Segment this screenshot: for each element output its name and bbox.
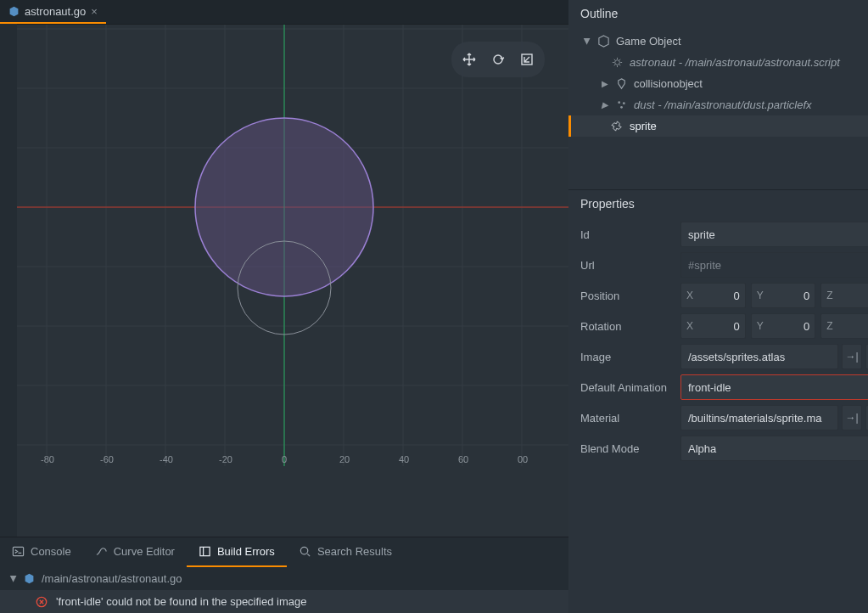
viewport-toolbar: [451, 42, 545, 77]
cube-icon: [597, 35, 610, 48]
svg-point-47: [618, 101, 620, 104]
svg-rect-41: [200, 547, 210, 555]
outline-panel: Outline ▶ Game Object astronaut - /main/…: [568, 0, 868, 190]
sprite-icon: [611, 120, 624, 132]
curve-icon: [95, 545, 108, 558]
outline-item-sprite[interactable]: sprite: [568, 115, 868, 137]
svg-text:-60: -60: [100, 454, 114, 464]
rotate-tool-button[interactable]: [484, 45, 512, 74]
chevron-down-icon: ▶: [583, 37, 592, 46]
cube-icon: [8, 6, 20, 17]
search-icon: [299, 545, 311, 558]
prop-label-material: Material: [580, 412, 674, 425]
chevron-down-icon: ▶: [9, 576, 19, 582]
svg-text:-40: -40: [160, 454, 173, 464]
cube-icon: [24, 573, 35, 584]
editor-tab[interactable]: astronaut.go ×: [0, 0, 106, 24]
svg-text:-80: -80: [41, 454, 54, 464]
image-path-input[interactable]: [680, 344, 838, 369]
errors-icon: [199, 545, 211, 558]
prop-label-blend-mode: Blend Mode: [580, 442, 674, 455]
build-errors-panel: ▶ /main/astronaut/astronaut.go 'front-id…: [0, 567, 568, 613]
outline-root[interactable]: ▶ Game Object: [568, 31, 868, 52]
pos-y-input[interactable]: [767, 290, 810, 302]
prop-label-rotation: Rotation: [580, 320, 674, 333]
rot-z-input[interactable]: [837, 320, 868, 333]
svg-point-49: [620, 106, 623, 109]
svg-line-44: [307, 554, 310, 556]
error-message-row[interactable]: 'front-idle' could not be found in the s…: [0, 590, 568, 613]
tab-build-errors[interactable]: Build Errors: [187, 537, 287, 567]
console-icon: [12, 545, 25, 558]
scene-viewport[interactable]: 0 0 0 -20 -40 -60 -80 -80 -60 -40 -20 0 …: [17, 24, 568, 537]
pos-x-input[interactable]: [697, 290, 740, 302]
prop-label-default-animation: Default Animation: [580, 381, 674, 394]
svg-text:20: 20: [339, 454, 350, 464]
particles-icon: [615, 98, 628, 111]
chevron-right-icon: ▶: [601, 100, 609, 110]
rot-y-input[interactable]: [767, 320, 810, 333]
prop-label-image: Image: [580, 351, 674, 363]
prop-label-position: Position: [580, 290, 674, 302]
viewport-canvas: 0 0 0 -20 -40 -60 -80 -80 -60 -40 -20 0 …: [17, 25, 568, 476]
svg-point-43: [300, 547, 307, 554]
goto-resource-button[interactable]: →|: [842, 344, 862, 369]
scale-tool-button[interactable]: [512, 45, 541, 74]
properties-panel: Properties Id Url Position X Y Z Rotatio…: [568, 190, 868, 613]
svg-point-48: [623, 102, 625, 104]
default-animation-select[interactable]: [680, 374, 868, 400]
svg-text:0: 0: [282, 454, 287, 464]
outline-item-script[interactable]: astronaut - /main/astronaut/astronaut.sc…: [568, 52, 868, 73]
chevron-right-icon: ▶: [601, 79, 609, 88]
tab-curve-editor[interactable]: Curve Editor: [83, 537, 187, 567]
rot-x-input[interactable]: [697, 320, 740, 333]
gear-icon: [611, 56, 624, 69]
svg-text:00: 00: [518, 454, 528, 464]
tab-search-results[interactable]: Search Results: [287, 537, 404, 567]
prop-label-id: Id: [580, 228, 674, 241]
svg-point-38: [494, 55, 502, 64]
svg-point-46: [615, 60, 620, 65]
outline-item-particlefx[interactable]: ▶ dust - /main/astronaut/dust.particlefx: [568, 94, 868, 115]
tab-label: astronaut.go: [25, 5, 86, 18]
blend-mode-select[interactable]: [680, 436, 868, 461]
svg-point-19: [195, 118, 373, 296]
svg-text:60: 60: [458, 454, 468, 464]
pos-z-input[interactable]: [837, 290, 868, 302]
material-path-input[interactable]: [680, 405, 838, 430]
outline-item-collisionobject[interactable]: ▶ collisionobject: [568, 73, 868, 94]
collision-icon: [615, 77, 628, 90]
move-tool-button[interactable]: [455, 45, 484, 74]
id-input[interactable]: [680, 222, 868, 247]
goto-resource-button[interactable]: →|: [842, 405, 862, 430]
svg-text:-20: -20: [219, 454, 232, 464]
error-file-row[interactable]: ▶ /main/astronaut/astronaut.go: [0, 567, 568, 590]
prop-label-url: Url: [580, 259, 674, 272]
outline-title: Outline: [568, 0, 868, 29]
editor-tab-strip: astronaut.go ×: [0, 0, 568, 24]
svg-text:40: 40: [399, 454, 409, 464]
bottom-tab-strip: Console Curve Editor Build Errors Search…: [0, 537, 568, 567]
tab-console[interactable]: Console: [0, 537, 83, 567]
close-icon[interactable]: ×: [91, 5, 98, 18]
properties-title: Properties: [568, 190, 868, 219]
error-icon: [36, 596, 48, 608]
url-input: [680, 252, 868, 278]
